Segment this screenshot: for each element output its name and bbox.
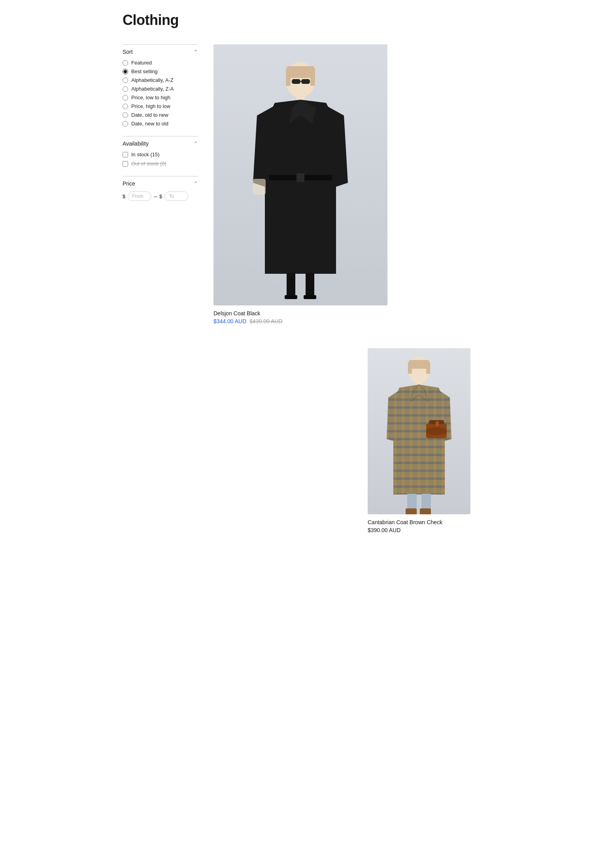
- sidebar: Sort ⌃ Featured Best selling Alphabetica…: [123, 44, 198, 210]
- product-image-svg-1: [213, 44, 387, 305]
- sort-label: Sort: [123, 49, 133, 55]
- sort-chevron-icon: ⌃: [194, 49, 198, 55]
- price-chevron-icon: ⌃: [194, 181, 198, 186]
- sort-radio-alpha-az[interactable]: [123, 78, 128, 83]
- price-to-input[interactable]: [164, 191, 188, 201]
- product-info-1: Delsjon Coat Black $344.00 AUD $430.00 A…: [213, 310, 470, 324]
- svg-rect-12: [253, 179, 266, 195]
- sort-radio-date-old-new[interactable]: [123, 112, 128, 118]
- sort-radio-alpha-za[interactable]: [123, 86, 128, 92]
- price-label: Price: [123, 180, 135, 187]
- sort-option-alpha-az-label: Alphabetically, A-Z: [131, 77, 174, 83]
- sort-header[interactable]: Sort ⌃: [123, 49, 198, 55]
- sort-options: Featured Best selling Alphabetically, A-…: [123, 60, 198, 127]
- product-name-1: Delsjon Coat Black: [213, 310, 470, 316]
- price-range-separator: –: [154, 193, 157, 199]
- availability-checkbox-in-stock[interactable]: [123, 152, 128, 157]
- availability-label: Availability: [123, 140, 149, 147]
- availability-header[interactable]: Availability ⌃: [123, 140, 198, 147]
- product-price-original-1: $430.00 AUD: [249, 318, 282, 324]
- price-section: Price ⌃ $ – $: [123, 176, 198, 201]
- sort-option-date-old-new-label: Date, old to new: [131, 112, 168, 118]
- product-name-2: Cantabrian Coat Brown Check: [368, 519, 470, 525]
- svg-rect-4: [286, 68, 291, 86]
- product-image-2[interactable]: [368, 348, 470, 514]
- availability-checkbox-out-of-stock[interactable]: [123, 161, 128, 167]
- svg-rect-14: [306, 273, 314, 297]
- sort-radio-featured[interactable]: [123, 60, 128, 66]
- product-prices-2: $390.00 AUD: [368, 527, 470, 533]
- svg-rect-32: [421, 494, 431, 510]
- sort-option-best-selling[interactable]: Best selling: [123, 68, 198, 74]
- svg-rect-30: [436, 421, 439, 426]
- availability-options: In stock (15) Out of stock (0): [123, 152, 198, 167]
- price-from-input[interactable]: [128, 191, 151, 201]
- sort-option-best-selling-label: Best selling: [131, 68, 157, 74]
- sort-section: Sort ⌃ Featured Best selling Alphabetica…: [123, 44, 198, 127]
- sort-option-price-high-low[interactable]: Price, high to low: [123, 103, 198, 109]
- svg-rect-11: [296, 173, 304, 182]
- sort-option-featured-label: Featured: [131, 60, 152, 66]
- sort-radio-best-selling[interactable]: [123, 69, 128, 74]
- product-info-2: Cantabrian Coat Brown Check $390.00 AUD: [368, 519, 470, 533]
- sort-option-date-new-old-label: Date, new to old: [131, 121, 168, 127]
- svg-rect-34: [420, 508, 431, 514]
- svg-rect-31: [407, 494, 417, 510]
- svg-rect-25: [408, 362, 412, 374]
- svg-rect-13: [287, 273, 295, 297]
- product-card-1: Delsjon Coat Black $344.00 AUD $430.00 A…: [213, 44, 470, 324]
- sort-option-price-high-low-label: Price, high to low: [131, 103, 170, 109]
- price-currency-from: $: [123, 193, 125, 199]
- price-header[interactable]: Price ⌃: [123, 180, 198, 187]
- products-area: Delsjon Coat Black $344.00 AUD $430.00 A…: [213, 44, 470, 557]
- product-prices-1: $344.00 AUD $430.00 AUD: [213, 318, 470, 324]
- svg-rect-6: [292, 79, 300, 84]
- sort-option-price-low-high-label: Price, low to high: [131, 95, 170, 100]
- product-price-sale-1: $344.00 AUD: [213, 318, 246, 324]
- price-currency-to: $: [159, 193, 162, 199]
- sort-option-date-old-new[interactable]: Date, old to new: [123, 112, 198, 118]
- price-range-inputs: $ – $: [123, 191, 198, 201]
- availability-out-of-stock-label: Out of stock (0): [131, 161, 166, 167]
- availability-in-stock-label: In stock (15): [131, 152, 160, 157]
- availability-chevron-icon: ⌃: [194, 141, 198, 146]
- availability-out-of-stock[interactable]: Out of stock (0): [123, 161, 198, 167]
- sort-radio-date-new-old[interactable]: [123, 121, 128, 127]
- svg-rect-26: [426, 362, 430, 374]
- svg-rect-7: [301, 79, 310, 84]
- sort-option-date-new-old[interactable]: Date, new to old: [123, 121, 198, 127]
- sort-option-alpha-az[interactable]: Alphabetically, A-Z: [123, 77, 198, 83]
- svg-rect-15: [285, 295, 297, 299]
- sort-option-featured[interactable]: Featured: [123, 60, 198, 66]
- svg-rect-3: [287, 66, 314, 78]
- product-price-regular-2: $390.00 AUD: [368, 527, 400, 533]
- availability-in-stock[interactable]: In stock (15): [123, 152, 198, 157]
- page-title: Clothing: [123, 12, 470, 28]
- svg-rect-16: [304, 295, 316, 299]
- sort-option-price-low-high[interactable]: Price, low to high: [123, 95, 198, 100]
- sort-radio-price-low-high[interactable]: [123, 95, 128, 100]
- sort-radio-price-high-low[interactable]: [123, 104, 128, 109]
- product-image-1[interactable]: [213, 44, 387, 305]
- product-image-svg-2: [368, 348, 470, 514]
- product-card-2: Cantabrian Coat Brown Check $390.00 AUD: [213, 348, 470, 533]
- sort-option-alpha-za-label: Alphabetically, Z-A: [131, 86, 174, 92]
- svg-rect-5: [310, 68, 315, 86]
- availability-section: Availability ⌃ In stock (15) Out of stoc…: [123, 136, 198, 167]
- svg-rect-33: [406, 508, 417, 514]
- sort-option-alpha-za[interactable]: Alphabetically, Z-A: [123, 86, 198, 92]
